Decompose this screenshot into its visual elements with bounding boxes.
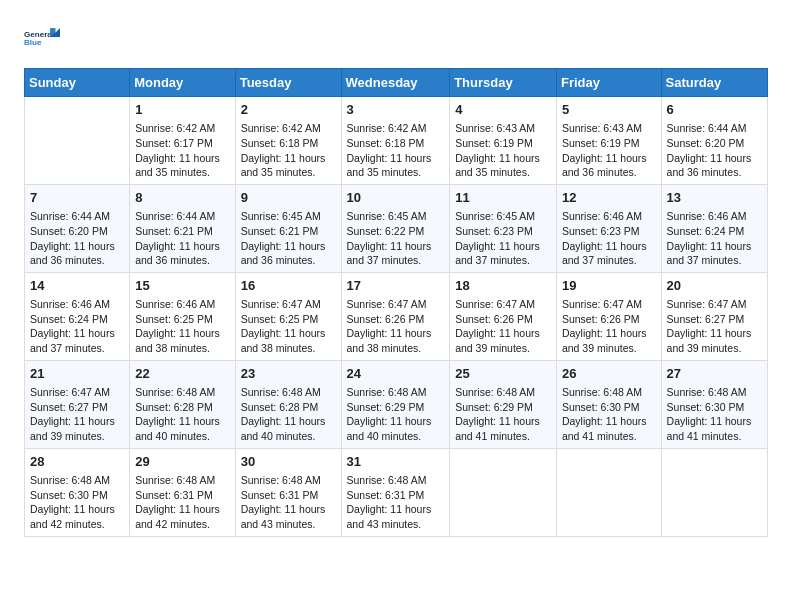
svg-text:General: General: [24, 30, 54, 39]
day-info: Sunrise: 6:48 AM Sunset: 6:30 PM Dayligh…: [562, 385, 656, 444]
day-info: Sunrise: 6:42 AM Sunset: 6:18 PM Dayligh…: [347, 121, 445, 180]
day-number: 30: [241, 453, 336, 471]
calendar-cell: 17Sunrise: 6:47 AM Sunset: 6:26 PM Dayli…: [341, 272, 450, 360]
logo-icon: GeneralBlue: [24, 20, 60, 56]
day-info: Sunrise: 6:48 AM Sunset: 6:31 PM Dayligh…: [135, 473, 229, 532]
day-number: 13: [667, 189, 762, 207]
calendar-cell: 11Sunrise: 6:45 AM Sunset: 6:23 PM Dayli…: [450, 184, 557, 272]
day-info: Sunrise: 6:42 AM Sunset: 6:18 PM Dayligh…: [241, 121, 336, 180]
day-number: 11: [455, 189, 551, 207]
calendar-cell: 7Sunrise: 6:44 AM Sunset: 6:20 PM Daylig…: [25, 184, 130, 272]
day-number: 18: [455, 277, 551, 295]
calendar-cell: 25Sunrise: 6:48 AM Sunset: 6:29 PM Dayli…: [450, 360, 557, 448]
day-info: Sunrise: 6:48 AM Sunset: 6:28 PM Dayligh…: [241, 385, 336, 444]
day-header-saturday: Saturday: [661, 69, 767, 97]
svg-text:Blue: Blue: [24, 38, 42, 47]
day-number: 19: [562, 277, 656, 295]
day-info: Sunrise: 6:47 AM Sunset: 6:26 PM Dayligh…: [455, 297, 551, 356]
day-number: 27: [667, 365, 762, 383]
day-info: Sunrise: 6:47 AM Sunset: 6:26 PM Dayligh…: [562, 297, 656, 356]
calendar-cell: 1Sunrise: 6:42 AM Sunset: 6:17 PM Daylig…: [130, 97, 235, 185]
day-info: Sunrise: 6:44 AM Sunset: 6:20 PM Dayligh…: [30, 209, 124, 268]
day-number: 2: [241, 101, 336, 119]
calendar-cell: 3Sunrise: 6:42 AM Sunset: 6:18 PM Daylig…: [341, 97, 450, 185]
calendar-body: 1Sunrise: 6:42 AM Sunset: 6:17 PM Daylig…: [25, 97, 768, 537]
day-number: 9: [241, 189, 336, 207]
calendar-cell: 14Sunrise: 6:46 AM Sunset: 6:24 PM Dayli…: [25, 272, 130, 360]
calendar-cell: 24Sunrise: 6:48 AM Sunset: 6:29 PM Dayli…: [341, 360, 450, 448]
day-number: 6: [667, 101, 762, 119]
calendar-week-row: 7Sunrise: 6:44 AM Sunset: 6:20 PM Daylig…: [25, 184, 768, 272]
calendar-cell: 4Sunrise: 6:43 AM Sunset: 6:19 PM Daylig…: [450, 97, 557, 185]
calendar-cell: 22Sunrise: 6:48 AM Sunset: 6:28 PM Dayli…: [130, 360, 235, 448]
calendar-table: SundayMondayTuesdayWednesdayThursdayFrid…: [24, 68, 768, 537]
day-number: 8: [135, 189, 229, 207]
day-info: Sunrise: 6:46 AM Sunset: 6:24 PM Dayligh…: [30, 297, 124, 356]
day-number: 21: [30, 365, 124, 383]
day-number: 31: [347, 453, 445, 471]
day-number: 20: [667, 277, 762, 295]
calendar-cell: 29Sunrise: 6:48 AM Sunset: 6:31 PM Dayli…: [130, 448, 235, 536]
day-header-monday: Monday: [130, 69, 235, 97]
day-header-tuesday: Tuesday: [235, 69, 341, 97]
day-number: 3: [347, 101, 445, 119]
day-info: Sunrise: 6:43 AM Sunset: 6:19 PM Dayligh…: [562, 121, 656, 180]
day-info: Sunrise: 6:48 AM Sunset: 6:29 PM Dayligh…: [347, 385, 445, 444]
day-number: 29: [135, 453, 229, 471]
calendar-cell: 31Sunrise: 6:48 AM Sunset: 6:31 PM Dayli…: [341, 448, 450, 536]
day-number: 14: [30, 277, 124, 295]
day-header-wednesday: Wednesday: [341, 69, 450, 97]
calendar-cell: [556, 448, 661, 536]
day-number: 15: [135, 277, 229, 295]
day-info: Sunrise: 6:44 AM Sunset: 6:21 PM Dayligh…: [135, 209, 229, 268]
calendar-cell: 8Sunrise: 6:44 AM Sunset: 6:21 PM Daylig…: [130, 184, 235, 272]
logo: GeneralBlue: [24, 20, 60, 56]
calendar-cell: 5Sunrise: 6:43 AM Sunset: 6:19 PM Daylig…: [556, 97, 661, 185]
calendar-cell: 2Sunrise: 6:42 AM Sunset: 6:18 PM Daylig…: [235, 97, 341, 185]
calendar-cell: 28Sunrise: 6:48 AM Sunset: 6:30 PM Dayli…: [25, 448, 130, 536]
calendar-cell: 19Sunrise: 6:47 AM Sunset: 6:26 PM Dayli…: [556, 272, 661, 360]
calendar-week-row: 14Sunrise: 6:46 AM Sunset: 6:24 PM Dayli…: [25, 272, 768, 360]
calendar-cell: 18Sunrise: 6:47 AM Sunset: 6:26 PM Dayli…: [450, 272, 557, 360]
day-info: Sunrise: 6:45 AM Sunset: 6:22 PM Dayligh…: [347, 209, 445, 268]
calendar-cell: 23Sunrise: 6:48 AM Sunset: 6:28 PM Dayli…: [235, 360, 341, 448]
day-info: Sunrise: 6:47 AM Sunset: 6:25 PM Dayligh…: [241, 297, 336, 356]
day-number: 24: [347, 365, 445, 383]
day-info: Sunrise: 6:47 AM Sunset: 6:26 PM Dayligh…: [347, 297, 445, 356]
day-number: 7: [30, 189, 124, 207]
calendar-cell: 30Sunrise: 6:48 AM Sunset: 6:31 PM Dayli…: [235, 448, 341, 536]
day-info: Sunrise: 6:45 AM Sunset: 6:21 PM Dayligh…: [241, 209, 336, 268]
day-number: 17: [347, 277, 445, 295]
day-info: Sunrise: 6:46 AM Sunset: 6:25 PM Dayligh…: [135, 297, 229, 356]
day-info: Sunrise: 6:47 AM Sunset: 6:27 PM Dayligh…: [30, 385, 124, 444]
day-number: 12: [562, 189, 656, 207]
calendar-cell: 9Sunrise: 6:45 AM Sunset: 6:21 PM Daylig…: [235, 184, 341, 272]
calendar-cell: 10Sunrise: 6:45 AM Sunset: 6:22 PM Dayli…: [341, 184, 450, 272]
page-header: GeneralBlue: [24, 20, 768, 56]
calendar-cell: 6Sunrise: 6:44 AM Sunset: 6:20 PM Daylig…: [661, 97, 767, 185]
day-info: Sunrise: 6:48 AM Sunset: 6:31 PM Dayligh…: [241, 473, 336, 532]
calendar-cell: 13Sunrise: 6:46 AM Sunset: 6:24 PM Dayli…: [661, 184, 767, 272]
day-info: Sunrise: 6:48 AM Sunset: 6:29 PM Dayligh…: [455, 385, 551, 444]
day-info: Sunrise: 6:42 AM Sunset: 6:17 PM Dayligh…: [135, 121, 229, 180]
calendar-cell: [25, 97, 130, 185]
calendar-cell: [450, 448, 557, 536]
calendar-cell: 21Sunrise: 6:47 AM Sunset: 6:27 PM Dayli…: [25, 360, 130, 448]
calendar-cell: 15Sunrise: 6:46 AM Sunset: 6:25 PM Dayli…: [130, 272, 235, 360]
calendar-week-row: 1Sunrise: 6:42 AM Sunset: 6:17 PM Daylig…: [25, 97, 768, 185]
calendar-cell: 26Sunrise: 6:48 AM Sunset: 6:30 PM Dayli…: [556, 360, 661, 448]
day-number: 25: [455, 365, 551, 383]
day-header-sunday: Sunday: [25, 69, 130, 97]
day-number: 28: [30, 453, 124, 471]
day-number: 26: [562, 365, 656, 383]
day-number: 23: [241, 365, 336, 383]
calendar-header-row: SundayMondayTuesdayWednesdayThursdayFrid…: [25, 69, 768, 97]
day-info: Sunrise: 6:48 AM Sunset: 6:31 PM Dayligh…: [347, 473, 445, 532]
day-info: Sunrise: 6:46 AM Sunset: 6:24 PM Dayligh…: [667, 209, 762, 268]
day-header-friday: Friday: [556, 69, 661, 97]
day-number: 10: [347, 189, 445, 207]
calendar-cell: 12Sunrise: 6:46 AM Sunset: 6:23 PM Dayli…: [556, 184, 661, 272]
day-info: Sunrise: 6:48 AM Sunset: 6:28 PM Dayligh…: [135, 385, 229, 444]
calendar-cell: 16Sunrise: 6:47 AM Sunset: 6:25 PM Dayli…: [235, 272, 341, 360]
day-number: 16: [241, 277, 336, 295]
